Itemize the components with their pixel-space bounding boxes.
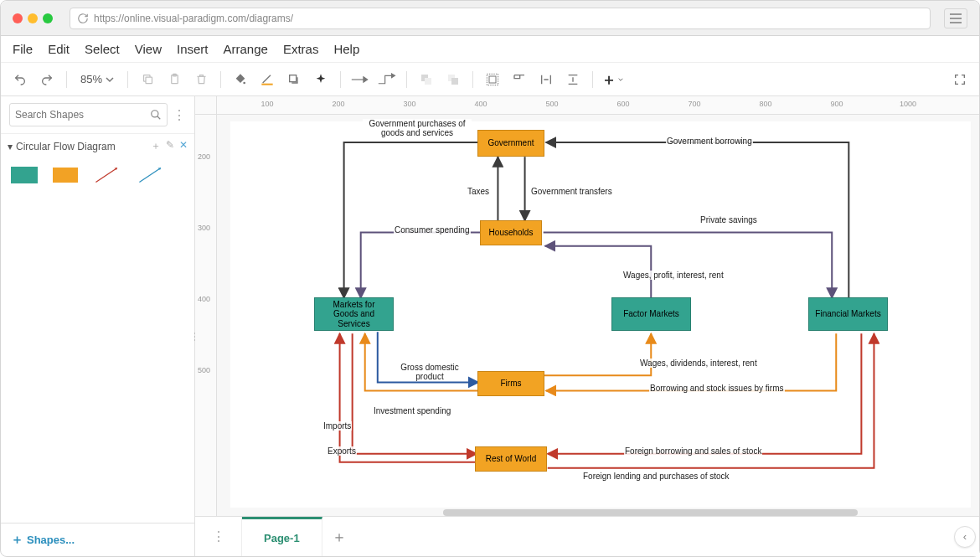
node-rest-of-world[interactable]: Rest of World: [475, 446, 547, 472]
ruler-corner: [195, 96, 217, 115]
label-private-savings: Private savings: [699, 215, 758, 224]
node-markets-goods[interactable]: Markets for Goods and Services: [314, 297, 394, 331]
label-taxes: Taxes: [467, 187, 490, 196]
fullscreen-icon[interactable]: [949, 69, 971, 90]
add-page-icon[interactable]: ＋: [322, 517, 356, 556]
line-color-icon[interactable]: [256, 69, 278, 90]
connection-icon[interactable]: [349, 69, 371, 90]
label-exports: Exports: [327, 446, 357, 456]
svg-line-13: [95, 168, 116, 183]
ruler-vertical: 200 300 400 500: [195, 115, 217, 516]
window-close-icon[interactable]: [13, 13, 23, 23]
dist-h-icon[interactable]: [535, 69, 557, 90]
ruler-tick: 100: [260, 100, 273, 108]
window-maximize-icon[interactable]: [43, 13, 53, 23]
zoom-dropdown[interactable]: 85%: [75, 73, 119, 85]
ruler-tick: 200: [198, 152, 210, 161]
label-borrowing-firms: Borrowing and stock issues by firms: [649, 384, 785, 393]
url-text: https://online.visual-paradigm.com/diagr…: [94, 13, 293, 24]
collapse-panel-icon[interactable]: ‹: [954, 526, 976, 548]
search-options-icon[interactable]: ⋮: [173, 107, 186, 123]
node-financial-markets[interactable]: Financial Markets: [808, 297, 888, 331]
palette-add-icon[interactable]: ＋: [151, 139, 161, 153]
add-icon[interactable]: ＋: [601, 69, 623, 90]
palette-title: Circular Flow Diagram: [16, 141, 116, 152]
delete-icon[interactable]: [190, 69, 212, 90]
dist-v-icon[interactable]: [562, 69, 584, 90]
menu-file[interactable]: File: [13, 42, 33, 56]
waypoint-icon[interactable]: [376, 69, 398, 90]
menu-select[interactable]: Select: [85, 42, 120, 56]
shadow-icon[interactable]: [283, 69, 305, 90]
label-gov-borrowing: Government borrowing: [666, 137, 753, 146]
canvas-area[interactable]: 100 200 300 400 500 600 700 800 900 1000…: [195, 96, 979, 556]
menu-help[interactable]: Help: [333, 42, 359, 56]
shape-red-arrow[interactable]: [93, 165, 121, 185]
menu-extras[interactable]: Extras: [283, 42, 319, 56]
group-icon[interactable]: [482, 69, 503, 90]
label-foreign-borrowing: Foreign borrowing and sales of stock: [624, 446, 762, 456]
label-investment: Investment spending: [373, 406, 451, 415]
svg-line-14: [139, 168, 161, 183]
page-tab-1[interactable]: Page-1: [242, 517, 322, 556]
label-gov-transfers: Government transfers: [530, 187, 613, 196]
ruler-tick: 200: [332, 100, 344, 108]
node-government[interactable]: Government: [477, 130, 544, 157]
palette-header[interactable]: ▾ Circular Flow Diagram ＋ ✎ ✕: [1, 134, 194, 158]
copy-icon[interactable]: [137, 69, 158, 90]
reload-icon[interactable]: [77, 13, 89, 24]
svg-rect-7: [425, 78, 431, 85]
search-shapes-input[interactable]: [9, 103, 168, 126]
page-tab-bar: ⋮ Page-1 ＋ ‹: [195, 516, 979, 556]
node-factor-markets[interactable]: Factor Markets: [611, 297, 691, 331]
title-bar: https://online.visual-paradigm.com/diagr…: [1, 1, 979, 36]
ruler-tick: 400: [474, 100, 487, 108]
menu-arrange[interactable]: Arrange: [224, 42, 268, 56]
align-icon[interactable]: [508, 69, 530, 90]
svg-rect-5: [290, 75, 297, 81]
to-front-icon[interactable]: [415, 69, 437, 90]
search-field[interactable]: [15, 109, 150, 121]
browser-menu-icon[interactable]: [944, 8, 967, 28]
label-wages-profit: Wages, profit, interest, rent: [622, 271, 725, 280]
shape-market-rect[interactable]: [11, 167, 38, 183]
ruler-tick: 300: [403, 100, 415, 108]
svg-rect-10: [487, 74, 498, 85]
more-shapes-button[interactable]: ＋Shapes...: [1, 523, 194, 556]
ruler-tick: 300: [198, 224, 210, 232]
palette-close-icon[interactable]: ✕: [179, 139, 188, 153]
menu-view[interactable]: View: [135, 42, 162, 56]
style-icon[interactable]: [310, 69, 332, 90]
ruler-tick: 400: [198, 295, 210, 303]
svg-rect-9: [451, 78, 458, 85]
svg-point-3: [243, 81, 245, 84]
app-window: https://online.visual-paradigm.com/diagr…: [0, 0, 980, 557]
menu-edit[interactable]: Edit: [48, 42, 70, 56]
chevron-down-icon: ▾: [8, 141, 13, 152]
fill-color-icon[interactable]: [230, 69, 251, 90]
search-icon[interactable]: [150, 109, 162, 121]
label-gdp: Gross domestic product: [396, 363, 463, 381]
palette-items: [1, 158, 194, 192]
node-firms[interactable]: Firms: [477, 371, 544, 396]
ruler-horizontal: 100 200 300 400 500 600 700 800 900 1000: [217, 96, 979, 115]
redo-icon[interactable]: [36, 69, 58, 90]
label-imports: Imports: [322, 421, 352, 431]
shape-teal-arrow[interactable]: [137, 165, 165, 185]
paste-icon[interactable]: [163, 69, 185, 90]
palette-edit-icon[interactable]: ✎: [166, 139, 174, 153]
node-households[interactable]: Households: [480, 220, 542, 245]
url-bar[interactable]: https://online.visual-paradigm.com/diagr…: [70, 8, 931, 29]
shape-agent-rect[interactable]: [53, 168, 78, 183]
undo-icon[interactable]: [9, 69, 31, 90]
page-options-icon[interactable]: ⋮: [195, 517, 242, 556]
horizontal-scrollbar[interactable]: [217, 509, 971, 516]
menu-insert[interactable]: Insert: [177, 42, 209, 56]
scrollbar-thumb[interactable]: [443, 509, 858, 516]
ruler-tick: 1000: [900, 100, 916, 108]
ruler-tick: 600: [616, 100, 629, 108]
diagram-paper[interactable]: Government Households Firms Rest of Worl…: [230, 121, 971, 508]
ruler-tick: 900: [830, 100, 843, 108]
window-minimize-icon[interactable]: [28, 13, 38, 23]
to-back-icon[interactable]: [442, 69, 464, 90]
